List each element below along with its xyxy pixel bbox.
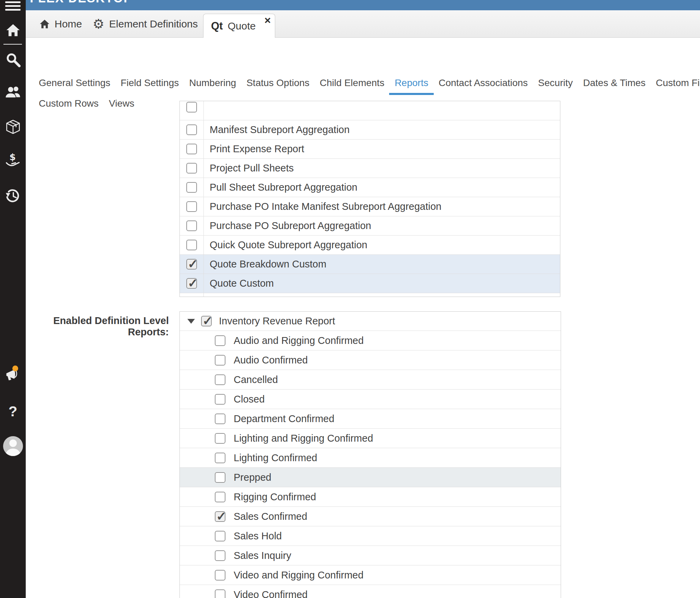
- status-label: Lighting and Rigging Confirmed: [234, 433, 373, 444]
- report-checkbox[interactable]: [186, 163, 197, 174]
- help-icon[interactable]: ?: [0, 403, 26, 420]
- status-row-prepped[interactable]: Prepped: [180, 468, 561, 487]
- enabled-reports-list[interactable]: Manifest Subreport AggregationPrint Expe…: [179, 101, 560, 297]
- status-row-audio-confirmed[interactable]: Audio Confirmed: [180, 350, 561, 370]
- tab-element-definitions[interactable]: ⚙ Element Definitions ×: [93, 10, 217, 37]
- report-checkbox[interactable]: [186, 297, 197, 297]
- home-tab-icon: [39, 19, 50, 29]
- status-row-audio-and-rigging-confirmed[interactable]: Audio and Rigging Confirmed: [180, 331, 561, 350]
- payments-icon[interactable]: $: [0, 153, 26, 167]
- nav-tab-contact-associations[interactable]: Contact Associations: [439, 77, 528, 95]
- status-checkbox[interactable]: [215, 394, 225, 405]
- tree-root-label: Inventory Revenue Report: [219, 315, 335, 327]
- app-title: FLEX DESKTOP: [30, 0, 132, 5]
- nav-tab-security[interactable]: Security: [538, 77, 573, 95]
- inventory-box-icon[interactable]: [0, 119, 26, 134]
- report-row-quote-custom[interactable]: Quote Custom: [180, 274, 560, 293]
- status-label: Sales Inquiry: [234, 550, 291, 561]
- tree-root-row[interactable]: Inventory Revenue Report: [180, 312, 561, 331]
- report-checkbox[interactable]: [186, 201, 197, 212]
- status-label: Cancelled: [234, 374, 278, 385]
- status-checkbox[interactable]: [215, 453, 225, 463]
- status-checkbox[interactable]: [215, 531, 225, 541]
- status-checkbox[interactable]: [215, 511, 225, 522]
- status-row-department-confirmed[interactable]: Department Confirmed: [180, 409, 561, 429]
- status-row-lighting-and-rigging-confirmed[interactable]: Lighting and Rigging Confirmed: [180, 429, 561, 448]
- status-checkbox[interactable]: [215, 374, 225, 385]
- history-icon[interactable]: [0, 188, 26, 203]
- nav-tab-views[interactable]: Views: [109, 98, 134, 113]
- checkbox-cell: [180, 159, 204, 178]
- report-row-quick-quote-subreport-aggregation[interactable]: Quick Quote Subreport Aggregation: [180, 236, 560, 255]
- nav-tab-child-elements[interactable]: Child Elements: [320, 77, 384, 95]
- report-checkbox[interactable]: [186, 144, 197, 154]
- nav-tab-field-settings[interactable]: Field Settings: [121, 77, 179, 95]
- report-checkbox[interactable]: [186, 124, 197, 135]
- home-icon[interactable]: [0, 23, 26, 37]
- report-checkbox[interactable]: [186, 102, 197, 112]
- status-label: Audio and Rigging Confirmed: [234, 335, 364, 346]
- gear-icon: ⚙: [93, 17, 104, 31]
- status-checkbox[interactable]: [215, 355, 225, 366]
- checkbox-cell: [180, 120, 204, 139]
- status-row-sales-inquiry[interactable]: Sales Inquiry: [180, 546, 561, 565]
- status-checkbox[interactable]: [215, 433, 225, 444]
- status-label: Video and Rigging Confirmed: [234, 570, 363, 581]
- report-row-partial-bottom[interactable]: [180, 293, 560, 297]
- report-row-purchase-po-intake-manifest-subreport-aggregation[interactable]: Purchase PO Intake Manifest Subreport Ag…: [180, 197, 560, 216]
- status-row-cancelled[interactable]: Cancelled: [180, 370, 561, 390]
- status-row-rigging-confirmed[interactable]: Rigging Confirmed: [180, 487, 561, 507]
- nav-tab-general-settings[interactable]: General Settings: [39, 77, 110, 95]
- status-checkbox[interactable]: [215, 570, 225, 581]
- close-tab-quote-button[interactable]: ×: [263, 14, 272, 27]
- status-row-video-and-rigging-confirmed[interactable]: Video and Rigging Confirmed: [180, 565, 561, 585]
- nav-tab-status-options[interactable]: Status Options: [246, 77, 310, 95]
- nav-tab-custom-fields[interactable]: Custom Fields: [656, 77, 700, 95]
- report-row-project-pull-sheets[interactable]: Project Pull Sheets: [180, 159, 560, 178]
- status-label: Sales Hold: [234, 530, 282, 542]
- report-row-purchase-po-subreport-aggregation[interactable]: Purchase PO Subreport Aggregation: [180, 216, 560, 236]
- report-row-manifest-subreport-aggregation[interactable]: Manifest Subreport Aggregation: [180, 120, 560, 140]
- status-checkbox[interactable]: [215, 589, 225, 598]
- checkbox-cell: [180, 101, 204, 120]
- status-row-video-confirmed[interactable]: Video Confirmed: [180, 585, 561, 598]
- nav-tab-custom-rows[interactable]: Custom Rows: [39, 98, 98, 113]
- report-row-pull-sheet-subreport-aggregation[interactable]: Pull Sheet Subreport Aggregation: [180, 178, 560, 197]
- app-header: FLEX DESKTOP: [26, 0, 700, 10]
- status-row-lighting-confirmed[interactable]: Lighting Confirmed: [180, 448, 561, 468]
- status-row-sales-hold[interactable]: Sales Hold: [180, 526, 561, 546]
- status-checkbox[interactable]: [215, 472, 225, 483]
- status-checkbox[interactable]: [215, 492, 225, 502]
- checkbox-cell: [180, 293, 204, 297]
- user-avatar[interactable]: [0, 436, 26, 456]
- checkbox-cell: [180, 216, 204, 235]
- search-icon[interactable]: [0, 52, 26, 67]
- report-checkbox[interactable]: [186, 259, 197, 270]
- report-checkbox[interactable]: [186, 182, 197, 193]
- status-label: Sales Confirmed: [234, 511, 307, 522]
- menu-icon[interactable]: [0, 0, 26, 11]
- status-row-closed[interactable]: Closed: [180, 390, 561, 409]
- status-label: Lighting Confirmed: [234, 452, 317, 464]
- report-row-print-expense-report[interactable]: Print Expense Report: [180, 140, 560, 159]
- report-row-quote-breakdown-custom[interactable]: Quote Breakdown Custom: [180, 255, 560, 274]
- nav-tab-numbering[interactable]: Numbering: [189, 77, 236, 95]
- tree-root-checkbox[interactable]: [201, 316, 212, 326]
- tab-element-definitions-label: Element Definitions: [109, 18, 198, 30]
- status-row-sales-confirmed[interactable]: Sales Confirmed: [180, 507, 561, 526]
- status-checkbox[interactable]: [215, 335, 225, 346]
- users-icon[interactable]: [0, 85, 26, 99]
- report-checkbox[interactable]: [186, 278, 197, 289]
- tab-home[interactable]: Home: [39, 10, 82, 37]
- status-checkbox[interactable]: [215, 414, 225, 424]
- nav-tab-dates-times[interactable]: Dates & Times: [583, 77, 645, 95]
- definition-level-reports-tree[interactable]: Inventory Revenue Report Audio and Riggi…: [179, 311, 561, 598]
- report-checkbox[interactable]: [186, 240, 197, 250]
- report-row-partial[interactable]: [180, 101, 560, 120]
- status-checkbox[interactable]: [215, 550, 225, 561]
- collapse-expander-icon[interactable]: [187, 319, 195, 324]
- report-checkbox[interactable]: [186, 220, 197, 231]
- nav-tab-reports[interactable]: Reports: [389, 77, 434, 95]
- tab-quote[interactable]: Qt Quote ×: [203, 14, 275, 38]
- announcements-icon[interactable]: [0, 368, 26, 384]
